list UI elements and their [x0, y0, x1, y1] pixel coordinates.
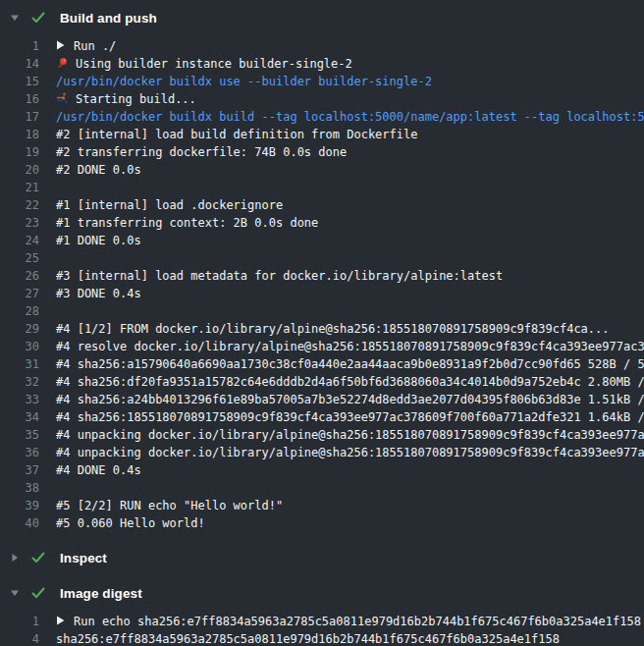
line-number[interactable]: 28 [0, 302, 39, 320]
log-output-text: #4 unpacking docker.io/library/alpine@sh… [56, 444, 644, 461]
log-line: 20#2 DONE 0.0s [0, 161, 644, 179]
line-number[interactable]: 38 [0, 479, 39, 497]
chevron-down-icon[interactable] [10, 13, 20, 23]
log-line: 18#2 [internal] load build definition fr… [0, 126, 644, 143]
line-number[interactable]: 20 [0, 161, 39, 179]
log-text: #4 sha256:185518070891758909c9f839cf4ca3… [56, 410, 644, 424]
log-text: sha256:e7ff8834a5963a2785c5a0811e979d16b… [56, 632, 560, 646]
line-number[interactable]: 29 [0, 320, 39, 338]
check-icon [30, 585, 46, 601]
log-output-text: #1 transferring context: 2B 0.0s done [56, 214, 318, 232]
line-number[interactable]: 37 [0, 461, 39, 479]
log-lines: 1Run echo sha256:e7ff8834a5963a2785c5a08… [0, 611, 644, 646]
log-text: #4 DONE 0.4s [56, 463, 141, 477]
line-number[interactable]: 40 [0, 514, 39, 532]
log-line: 39#5 [2/2] RUN echo "Hello world!" [0, 497, 644, 514]
line-number[interactable]: 4 [0, 630, 39, 646]
line-number[interactable]: 15 [0, 73, 39, 90]
line-number[interactable]: 32 [0, 373, 39, 391]
log-text: #4 sha256:a15790640a6690aa1730c38cf0a440… [56, 357, 644, 371]
log-output-text: #4 DONE 0.4s [56, 461, 141, 479]
log-section-build-and-push: Build and push1Run ./14Using builder ins… [0, 0, 644, 540]
log-text: #4 sha256:a24bb4013296f61e89ba57005a7b3e… [56, 393, 644, 406]
line-number[interactable]: 26 [0, 267, 39, 285]
line-number[interactable]: 16 [0, 90, 39, 108]
log-line: 23#1 transferring context: 2B 0.0s done [0, 214, 644, 232]
log-line: 37#4 DONE 0.4s [0, 461, 644, 479]
line-number[interactable]: 1 [0, 37, 39, 55]
log-output-text: #4 [1/2] FROM docker.io/library/alpine@s… [56, 320, 610, 338]
line-number[interactable]: 35 [0, 426, 39, 444]
line-number[interactable]: 36 [0, 444, 39, 461]
section-header-build-and-push[interactable]: Build and push [0, 0, 644, 35]
line-number[interactable]: 18 [0, 126, 39, 143]
log-output-text: #5 [2/2] RUN echo "Hello world!" [56, 497, 283, 514]
log-command-text: /usr/bin/docker buildx use --builder bui… [56, 73, 432, 90]
log-text: #4 resolve docker.io/library/alpine@sha2… [56, 340, 644, 353]
line-number[interactable]: 14 [0, 55, 39, 73]
log-text: #5 [2/2] RUN echo "Hello world!" [56, 499, 283, 512]
log-output-text: #2 [internal] load build definition from… [56, 126, 417, 143]
line-number[interactable]: 21 [0, 179, 39, 196]
log-line: 24#1 DONE 0.0s [0, 232, 644, 249]
log-text: #2 DONE 0.0s [56, 163, 141, 177]
section-title: Image digest [60, 586, 142, 601]
log-output-text: #1 DONE 0.0s [56, 232, 141, 249]
line-number[interactable]: 39 [0, 497, 39, 514]
log-text: #4 unpacking docker.io/library/alpine@sh… [56, 428, 644, 442]
line-number[interactable]: 31 [0, 355, 39, 373]
expand-run-icon[interactable] [56, 613, 65, 630]
line-number[interactable]: 25 [0, 249, 39, 267]
log-command-text: /usr/bin/docker buildx build --tag local… [56, 108, 644, 126]
line-number[interactable]: 30 [0, 338, 39, 355]
line-number[interactable]: 33 [0, 391, 39, 408]
log-line: 27#3 DONE 0.4s [0, 285, 644, 302]
log-line: 40#5 0.060 Hello world! [0, 514, 644, 532]
log-text: #1 DONE 0.0s [56, 234, 141, 247]
log-line: 19#2 transferring dockerfile: 74B 0.0s d… [0, 143, 644, 161]
workflow-log-viewer: Build and push1Run ./14Using builder ins… [0, 0, 644, 646]
expand-run-icon[interactable] [56, 37, 65, 55]
log-text: #4 unpacking docker.io/library/alpine@sh… [56, 446, 644, 459]
log-output-text: #4 sha256:df20fa9351a15782c64e6dddb2d4a6… [56, 373, 644, 391]
log-output-text: #3 [internal] load metadata for docker.i… [56, 267, 503, 285]
log-run-line: Run ./ [56, 37, 116, 55]
log-output-text: Using builder instance builder-single-2 [56, 55, 352, 73]
line-number[interactable]: 1 [0, 613, 39, 630]
log-text: #3 [internal] load metadata for docker.i… [56, 269, 503, 283]
log-text: Using builder instance builder-single-2 [76, 57, 352, 71]
log-line: 25 [0, 249, 644, 267]
log-line: 38 [0, 479, 644, 497]
log-text: #2 transferring dockerfile: 74B 0.0s don… [56, 145, 347, 159]
log-line: 35#4 unpacking docker.io/library/alpine@… [0, 426, 644, 444]
line-number[interactable]: 24 [0, 232, 39, 249]
line-number[interactable]: 22 [0, 196, 39, 214]
log-output-text: #4 unpacking docker.io/library/alpine@sh… [56, 426, 644, 444]
log-output-text: #4 resolve docker.io/library/alpine@sha2… [56, 338, 644, 355]
log-line: 17/usr/bin/docker buildx build --tag loc… [0, 108, 644, 126]
section-header-image-digest[interactable]: Image digest [0, 575, 644, 611]
log-output-text: #2 transferring dockerfile: 74B 0.0s don… [56, 143, 347, 161]
line-number[interactable]: 34 [0, 408, 39, 426]
log-text: #4 [1/2] FROM docker.io/library/alpine@s… [56, 322, 610, 336]
log-output-text: #4 sha256:185518070891758909c9f839cf4ca3… [56, 408, 644, 426]
section-header-inspect[interactable]: Inspect [0, 540, 644, 575]
line-number[interactable]: 19 [0, 143, 39, 161]
line-number[interactable]: 23 [0, 214, 39, 232]
line-number[interactable]: 17 [0, 108, 39, 126]
log-text: #4 sha256:df20fa9351a15782c64e6dddb2d4a6… [56, 375, 644, 389]
log-text: /usr/bin/docker buildx build --tag local… [56, 110, 644, 124]
chevron-right-icon[interactable] [10, 553, 20, 563]
log-text: Run echo sha256:e7ff8834a5963a2785c5a081… [74, 615, 641, 628]
section-title: Build and push [60, 11, 157, 26]
line-number[interactable]: 27 [0, 285, 39, 302]
log-line: 29#4 [1/2] FROM docker.io/library/alpine… [0, 320, 644, 338]
log-output-text: #5 0.060 Hello world! [56, 514, 205, 532]
log-text: #1 transferring context: 2B 0.0s done [56, 216, 318, 230]
log-output-text: #3 DONE 0.4s [56, 285, 141, 302]
log-output-text: #4 sha256:a15790640a6690aa1730c38cf0a440… [56, 355, 644, 373]
pushpin-icon [56, 57, 69, 73]
log-line: 14Using builder instance builder-single-… [0, 55, 644, 73]
chevron-down-icon[interactable] [10, 588, 20, 598]
log-line: 4sha256:e7ff8834a5963a2785c5a0811e979d16… [0, 630, 644, 646]
